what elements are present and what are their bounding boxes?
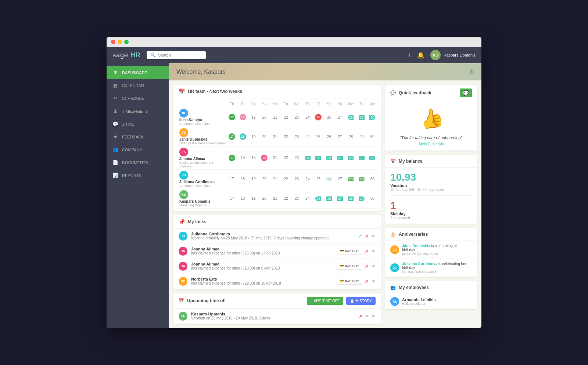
sidebar-item-calendar[interactable]: ▦ CALENDAR: [107, 79, 169, 92]
search-input[interactable]: [158, 53, 202, 57]
close-button[interactable]: [111, 40, 115, 44]
avatar: KU: [179, 190, 188, 199]
list-item: AL Armands Leinikls Rails Developer: [385, 294, 477, 309]
avatar: KU: [179, 312, 187, 321]
view-button[interactable]: 👁: [371, 279, 376, 284]
pay-out-button[interactable]: 💳 PAY OUT: [337, 248, 362, 254]
reject-button[interactable]: ✕: [365, 248, 369, 254]
sidebar-label-timesheets: TIMESHEETS: [122, 109, 148, 113]
day-badge: 17: [229, 155, 235, 161]
sick-label: Sickday: [385, 212, 477, 216]
cal-day: 29: [356, 127, 367, 147]
cal-day: 29: [356, 147, 367, 170]
avatar: AL: [390, 297, 399, 306]
cal-day: 27: [334, 108, 345, 127]
employee-info: Armands Leinikls Rails Developer: [402, 297, 436, 306]
reject-button[interactable]: ✕: [365, 278, 369, 284]
new-feedback-button[interactable]: 💬: [460, 88, 472, 97]
cal-day: 21: [270, 127, 280, 147]
left-column: 📅 HR team · Next two weeks Th: [173, 85, 381, 324]
cal-day: 18: [237, 169, 248, 189]
cal-day: 22: [280, 189, 291, 208]
feedback-author: Jānis Dubinskis: [385, 142, 477, 151]
task-info: Norberta Erts has claimed expense for ot…: [191, 277, 333, 285]
cal-day: 17: [226, 147, 237, 170]
history-icon: 📋: [350, 299, 354, 303]
logo: sage HR: [112, 51, 141, 59]
col-fr: Fr: [237, 101, 248, 108]
cal-day: 27: [334, 169, 345, 189]
plus-icon[interactable]: +: [408, 52, 411, 58]
add-time-off-button[interactable]: + ADD TIME OFF: [307, 297, 343, 305]
sidebar-item-1to1[interactable]: 💬 1:TO:1: [107, 118, 169, 130]
col-mo: Mo: [270, 101, 280, 108]
emp-role: Business Development (Estonia): [179, 161, 226, 168]
col-th2: Th: [302, 101, 313, 108]
cal-day: 22: [280, 127, 291, 147]
timeoff-desc: Vacation on 25 May 2018 - 29 May 2018, 3…: [191, 316, 355, 320]
anniv-info: Julianna Gordimova is celebrating her bi…: [402, 262, 472, 274]
sidebar-label-1to1: 1:TO:1: [122, 122, 134, 126]
cal-day: 26: [324, 189, 334, 208]
task-name: Joanna Allmaa: [191, 247, 333, 251]
cal-day: 17: [226, 108, 237, 127]
minimize-button[interactable]: [118, 40, 122, 44]
vacation-label: Vacation: [385, 183, 477, 188]
pay-icon: 💳: [340, 249, 344, 253]
task-name: Julianna Gordimova: [191, 232, 354, 236]
sidebar-item-schedule[interactable]: ✂ SCHEDULE: [107, 92, 169, 105]
employee-cell: IK Ilena Kalniņa Customer Champion: [176, 108, 226, 127]
employee-cell: KU Kaspars Upmanis Managing Director: [176, 189, 226, 208]
view-button[interactable]: 👁: [371, 314, 376, 319]
reject-button[interactable]: ✕: [365, 263, 369, 269]
cal-day: 28: [345, 147, 356, 170]
avatar: JD: [179, 128, 188, 137]
pay-out-button[interactable]: 💳 PAY OUT: [337, 263, 362, 270]
sidebar-item-documents[interactable]: 📄 DOCUMENTS: [107, 156, 169, 169]
list-item: NE Norberta Erts has claimed expense for…: [173, 274, 381, 289]
feedback-card-header: 💬 Quick feedback 💬: [385, 85, 477, 101]
cal-day: 20: [259, 189, 270, 208]
table-row: KU Kaspars Upmanis Managing Director 17: [176, 189, 378, 208]
sidebar-label-documents: DOCUMENTS: [122, 160, 148, 165]
edit-button[interactable]: ✏: [365, 314, 369, 319]
employee-cell: JD Jānis Dubinskis Head of Business Deve…: [176, 127, 226, 147]
sidebar-item-dashboard[interactable]: ⊞ DASHBOARD: [107, 66, 169, 79]
sick-detail: 1 days used: [385, 216, 477, 224]
list-item: JA Joanna Allmaa has claimed expense for…: [173, 259, 381, 274]
search-box[interactable]: 🔍: [147, 51, 206, 59]
task-desc: has claimed expense for other (€29.00) o…: [191, 281, 333, 285]
day-badge: 25: [315, 114, 322, 120]
delete-button[interactable]: ✕: [359, 313, 363, 319]
cal-day: 28: [345, 127, 356, 147]
cal-day: 23: [291, 169, 302, 189]
history-button[interactable]: 📋 HISTORY: [346, 297, 376, 305]
task-actions: ✓ ✕ 👁: [358, 233, 376, 239]
reject-button[interactable]: ✕: [365, 233, 369, 239]
col-su: Su: [259, 101, 270, 108]
view-button[interactable]: 👁: [371, 264, 376, 269]
task-name: Norberta Erts: [191, 277, 333, 281]
sidebar-item-company[interactable]: 👥 COMPANY: [107, 143, 169, 156]
sidebar-item-timesheets[interactable]: ⊞ TIMESHEETS: [107, 105, 169, 118]
maximize-button[interactable]: [124, 40, 129, 44]
view-button[interactable]: 👁: [371, 249, 376, 254]
sidebar-item-feedback[interactable]: ★ FEEDBACK: [107, 130, 169, 143]
content: Welcome, Kaspars ⚙ 📅 HR team · Next two …: [169, 63, 481, 328]
settings-icon[interactable]: ⚙: [469, 68, 474, 75]
calendar-table: Th Fr Sa Su Mo Tu We Th: [176, 101, 378, 208]
avatar: IK: [179, 109, 188, 118]
view-button[interactable]: 👁: [371, 234, 376, 239]
avatar: JA: [179, 148, 188, 156]
cal-day: 25: [313, 108, 324, 127]
pay-out-button[interactable]: 💳 PAY OUT: [337, 278, 362, 285]
reports-icon: 📊: [112, 173, 118, 178]
approve-button[interactable]: ✓: [358, 233, 362, 239]
pay-icon: 💳: [340, 279, 344, 283]
sidebar-item-reports[interactable]: 📊 REPORTS: [107, 169, 169, 182]
anniv-text: Jānis Dubinskis is celebrating his birth…: [402, 244, 472, 252]
timeoff-header-icon: 📅: [179, 298, 184, 303]
list-item: KU Kaspars Upmanis Vacation on 25 May 20…: [173, 309, 381, 324]
bell-icon[interactable]: 🔔: [417, 52, 424, 59]
cal-day: 20: [259, 108, 270, 127]
